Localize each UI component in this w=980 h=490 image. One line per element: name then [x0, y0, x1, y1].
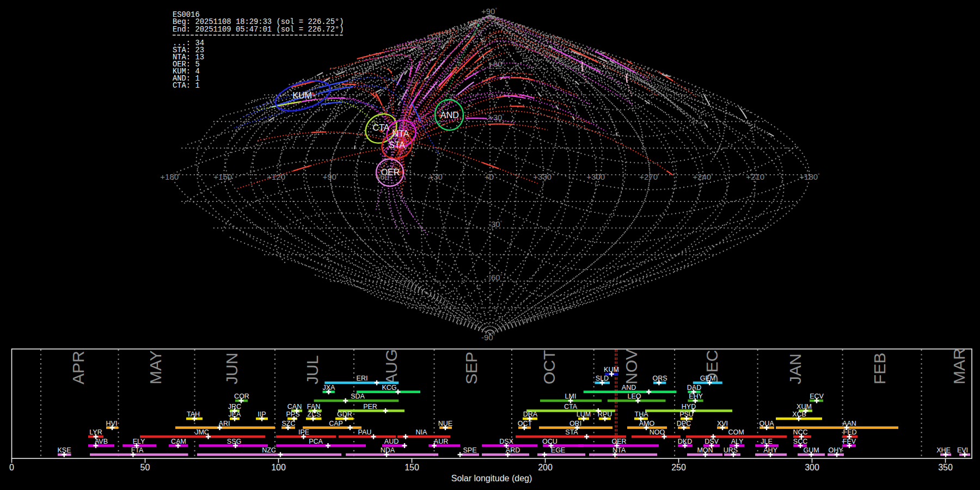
svg-text:OER: OER — [611, 438, 626, 445]
svg-text:STA: STA — [389, 140, 405, 150]
svg-text:JUL: JUL — [303, 356, 321, 384]
svg-text:ALY: ALY — [731, 438, 744, 445]
svg-text:0: 0 — [9, 463, 14, 472]
svg-text:+90°: +90° — [322, 172, 338, 181]
svg-text:DSV: DSV — [705, 438, 719, 445]
svg-text:OCT: OCT — [540, 350, 558, 384]
svg-text:AUG: AUG — [382, 349, 400, 384]
svg-text:+180°: +180° — [799, 172, 820, 181]
svg-text:XCB: XCB — [792, 411, 806, 418]
svg-text:OHY: OHY — [828, 446, 843, 454]
svg-text:ORI: ORI — [569, 420, 581, 427]
svg-text:AUD: AUD — [384, 438, 399, 445]
svg-text:FEV: FEV — [843, 438, 856, 445]
svg-text:ECV: ECV — [810, 393, 824, 400]
svg-text:TAH: TAH — [187, 411, 200, 418]
svg-text:GUM: GUM — [803, 446, 819, 454]
svg-text:350: 350 — [938, 463, 953, 472]
svg-text:Solar longitude (deg): Solar longitude (deg) — [451, 474, 532, 483]
svg-text:URS: URS — [724, 446, 738, 454]
svg-text:NOO: NOO — [650, 428, 665, 436]
svg-text:KSE: KSE — [57, 446, 71, 454]
svg-text:MAR: MAR — [950, 348, 968, 384]
svg-text:ERI: ERI — [357, 375, 368, 382]
svg-text:XHE: XHE — [936, 446, 951, 454]
svg-text:100: 100 — [271, 463, 286, 472]
svg-text:AND: AND — [622, 384, 636, 391]
svg-text:DRA: DRA — [523, 411, 538, 418]
svg-text:EHY: EHY — [689, 393, 703, 400]
svg-text:200: 200 — [538, 463, 553, 472]
svg-text:150: 150 — [405, 463, 419, 472]
svg-text:+150°: +150° — [213, 172, 234, 181]
svg-text:LUM: LUM — [577, 411, 591, 418]
svg-text:OCU: OCU — [542, 438, 558, 445]
svg-text:JUN: JUN — [223, 353, 241, 384]
svg-text:CAN: CAN — [287, 403, 302, 411]
svg-text:AAN: AAN — [842, 420, 856, 427]
svg-text:NTA: NTA — [393, 129, 409, 138]
svg-text:COM: COM — [728, 428, 744, 436]
svg-text:PCA: PCA — [309, 438, 323, 445]
svg-text:+300°: +300° — [586, 172, 607, 181]
svg-text:SCC: SCC — [793, 438, 807, 445]
svg-text:NOV: NOV — [622, 349, 640, 384]
svg-text:ARI: ARI — [219, 420, 230, 427]
svg-text:50: 50 — [140, 463, 150, 472]
svg-text:AND: AND — [440, 111, 459, 120]
svg-text:LMI: LMI — [565, 393, 577, 400]
svg-text:DAD: DAD — [687, 384, 701, 391]
svg-text:CTA: CTA — [373, 123, 390, 132]
svg-text:NTA: NTA — [612, 446, 626, 454]
svg-text:HVI: HVI — [106, 420, 118, 427]
svg-text:CAM: CAM — [171, 438, 186, 445]
svg-text:FED: FED — [843, 428, 857, 436]
svg-text:ELY: ELY — [133, 438, 145, 445]
svg-text:CAP: CAP — [329, 420, 343, 427]
svg-text:SZC: SZC — [282, 420, 296, 427]
svg-text:SEP: SEP — [462, 352, 480, 384]
svg-text:MON: MON — [697, 446, 713, 454]
svg-text:NCC: NCC — [793, 428, 807, 436]
svg-text:End: 20251109 05:47:01 (sol =: End: 20251109 05:47:01 (sol = 226.72°) — [173, 26, 344, 34]
svg-text:KUM: KUM — [292, 91, 312, 100]
svg-text:LYR: LYR — [89, 428, 102, 436]
svg-text:AVB: AVB — [95, 438, 108, 445]
svg-text:SDA: SDA — [351, 393, 365, 400]
svg-text:+60°: +60° — [375, 172, 391, 181]
svg-text:THA: THA — [635, 411, 649, 418]
svg-text:STA: STA — [565, 428, 578, 436]
svg-text:PAU: PAU — [358, 428, 372, 436]
svg-text:AMO: AMO — [639, 420, 655, 427]
svg-text:+30°: +30° — [488, 113, 504, 122]
svg-text:NDA: NDA — [381, 446, 395, 454]
svg-text:SLD: SLD — [596, 375, 609, 382]
svg-text:XVI: XVI — [717, 420, 728, 427]
svg-text:NIA: NIA — [416, 428, 428, 436]
svg-text:+60°: +60° — [488, 59, 504, 69]
svg-text:FEB: FEB — [871, 353, 889, 384]
svg-text:LEO: LEO — [627, 393, 641, 400]
svg-text:AHY: AHY — [763, 446, 777, 454]
svg-text:KUM: KUM — [604, 366, 619, 373]
svg-text:DKD: DKD — [678, 438, 692, 445]
svg-text:JRC: JRC — [228, 403, 241, 411]
svg-text:+120°: +120° — [267, 172, 287, 181]
svg-text:ORS: ORS — [652, 375, 667, 382]
svg-text:FTA: FTA — [131, 446, 144, 454]
svg-text:EGE: EGE — [551, 446, 565, 454]
svg-text:NZC: NZC — [262, 446, 276, 454]
svg-text:HYD: HYD — [682, 403, 696, 411]
svg-text:IIP: IIP — [258, 411, 266, 418]
svg-text:PPS: PPS — [286, 411, 299, 418]
svg-text:SPE: SPE — [463, 446, 476, 454]
svg-text:+30°: +30° — [428, 172, 444, 181]
svg-text:GDR: GDR — [337, 411, 352, 418]
svg-text:AUR: AUR — [434, 438, 448, 445]
svg-text:CTA: CTA — [564, 403, 578, 411]
svg-text:+270°: +270° — [639, 172, 660, 181]
svg-text:CTA: 1: CTA: 1 — [173, 82, 200, 90]
svg-text:DSX: DSX — [499, 438, 513, 445]
svg-text:JEA: JEA — [229, 411, 242, 418]
svg-text:+210°: +210° — [746, 172, 767, 181]
